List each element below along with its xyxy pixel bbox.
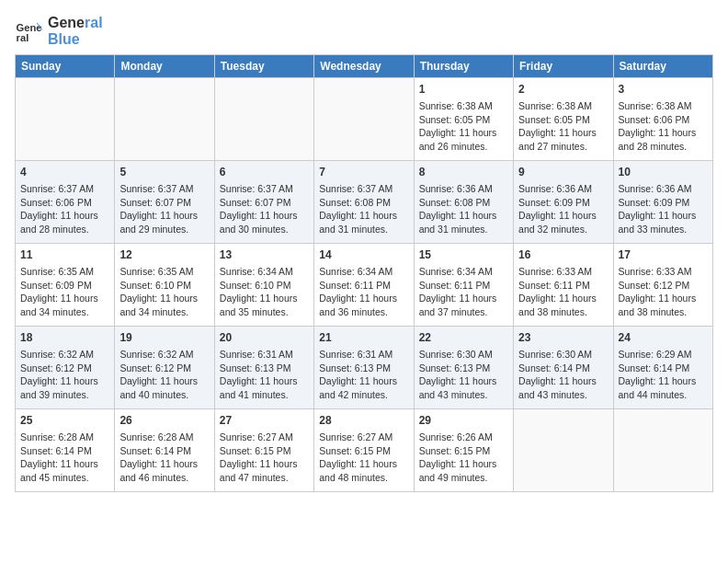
day-info: Sunrise: 6:30 AM Sunset: 6:13 PM Dayligh… — [419, 348, 508, 402]
weekday-header: Saturday — [613, 55, 712, 78]
day-number: 19 — [119, 330, 209, 346]
calendar-cell: 22Sunrise: 6:30 AM Sunset: 6:13 PM Dayli… — [414, 327, 513, 409]
calendar-cell: 29Sunrise: 6:26 AM Sunset: 6:15 PM Dayli… — [414, 409, 513, 492]
calendar-cell: 7Sunrise: 6:37 AM Sunset: 6:08 PM Daylig… — [314, 161, 414, 244]
day-number: 1 — [419, 82, 508, 98]
day-info: Sunrise: 6:30 AM Sunset: 6:14 PM Dayligh… — [518, 348, 608, 402]
day-number: 11 — [20, 247, 109, 263]
day-number: 10 — [619, 165, 708, 180]
calendar-cell: 19Sunrise: 6:32 AM Sunset: 6:12 PM Dayli… — [115, 327, 214, 409]
calendar-header-row: SundayMondayTuesdayWednesdayThursdayFrid… — [16, 55, 713, 78]
day-number: 9 — [518, 165, 608, 180]
day-number: 4 — [20, 165, 109, 180]
calendar-cell — [613, 409, 712, 492]
calendar-cell: 18Sunrise: 6:32 AM Sunset: 6:12 PM Dayli… — [16, 327, 115, 409]
day-info: Sunrise: 6:37 AM Sunset: 6:06 PM Dayligh… — [20, 182, 109, 236]
day-number: 18 — [20, 330, 109, 346]
day-info: Sunrise: 6:28 AM Sunset: 6:14 PM Dayligh… — [119, 431, 209, 485]
weekday-header: Thursday — [414, 55, 513, 78]
calendar-cell — [314, 78, 414, 161]
calendar-cell: 25Sunrise: 6:28 AM Sunset: 6:14 PM Dayli… — [16, 409, 115, 492]
logo-icon: Gene ral — [15, 17, 44, 46]
calendar-cell — [16, 78, 115, 161]
day-number: 16 — [518, 247, 608, 263]
calendar-cell: 2Sunrise: 6:38 AM Sunset: 6:05 PM Daylig… — [514, 78, 613, 161]
day-info: Sunrise: 6:36 AM Sunset: 6:08 PM Dayligh… — [419, 182, 508, 236]
calendar-cell: 23Sunrise: 6:30 AM Sunset: 6:14 PM Dayli… — [514, 327, 613, 409]
day-info: Sunrise: 6:34 AM Sunset: 6:11 PM Dayligh… — [319, 265, 408, 319]
svg-text:ral: ral — [17, 32, 29, 43]
day-info: Sunrise: 6:35 AM Sunset: 6:09 PM Dayligh… — [20, 265, 109, 319]
day-info: Sunrise: 6:33 AM Sunset: 6:12 PM Dayligh… — [619, 265, 708, 319]
day-info: Sunrise: 6:34 AM Sunset: 6:11 PM Dayligh… — [419, 265, 508, 319]
calendar-cell: 17Sunrise: 6:33 AM Sunset: 6:12 PM Dayli… — [613, 244, 712, 327]
day-number: 5 — [119, 165, 209, 180]
day-info: Sunrise: 6:35 AM Sunset: 6:10 PM Dayligh… — [119, 265, 209, 319]
day-info: Sunrise: 6:27 AM Sunset: 6:15 PM Dayligh… — [319, 431, 408, 485]
calendar-cell: 5Sunrise: 6:37 AM Sunset: 6:07 PM Daylig… — [115, 161, 214, 244]
day-number: 23 — [518, 330, 608, 346]
day-info: Sunrise: 6:27 AM Sunset: 6:15 PM Dayligh… — [220, 431, 309, 485]
weekday-header: Monday — [115, 55, 214, 78]
calendar-cell: 8Sunrise: 6:36 AM Sunset: 6:08 PM Daylig… — [414, 161, 513, 244]
calendar-cell — [214, 78, 313, 161]
weekday-header: Wednesday — [314, 55, 414, 78]
day-info: Sunrise: 6:36 AM Sunset: 6:09 PM Dayligh… — [518, 182, 608, 236]
day-info: Sunrise: 6:29 AM Sunset: 6:14 PM Dayligh… — [619, 348, 708, 402]
calendar-cell — [514, 409, 613, 492]
day-info: Sunrise: 6:38 AM Sunset: 6:05 PM Dayligh… — [518, 99, 608, 154]
day-number: 15 — [419, 247, 508, 263]
calendar-cell: 27Sunrise: 6:27 AM Sunset: 6:15 PM Dayli… — [214, 409, 313, 492]
calendar-cell: 6Sunrise: 6:37 AM Sunset: 6:07 PM Daylig… — [214, 161, 313, 244]
day-info: Sunrise: 6:32 AM Sunset: 6:12 PM Dayligh… — [119, 348, 209, 402]
day-info: Sunrise: 6:33 AM Sunset: 6:11 PM Dayligh… — [518, 265, 608, 319]
day-info: Sunrise: 6:38 AM Sunset: 6:06 PM Dayligh… — [619, 99, 708, 154]
calendar-cell: 26Sunrise: 6:28 AM Sunset: 6:14 PM Dayli… — [115, 409, 214, 492]
logo-text-line2: Blue — [48, 31, 103, 48]
calendar-cell: 21Sunrise: 6:31 AM Sunset: 6:13 PM Dayli… — [314, 327, 414, 409]
day-info: Sunrise: 6:28 AM Sunset: 6:14 PM Dayligh… — [20, 431, 109, 485]
calendar-cell: 11Sunrise: 6:35 AM Sunset: 6:09 PM Dayli… — [16, 244, 115, 327]
day-number: 21 — [319, 330, 408, 346]
calendar-week-row: 18Sunrise: 6:32 AM Sunset: 6:12 PM Dayli… — [16, 327, 713, 409]
day-info: Sunrise: 6:26 AM Sunset: 6:15 PM Dayligh… — [419, 431, 508, 485]
calendar-cell: 16Sunrise: 6:33 AM Sunset: 6:11 PM Dayli… — [514, 244, 613, 327]
day-info: Sunrise: 6:37 AM Sunset: 6:07 PM Dayligh… — [220, 182, 309, 236]
calendar-table: SundayMondayTuesdayWednesdayThursdayFrid… — [15, 54, 713, 492]
day-info: Sunrise: 6:37 AM Sunset: 6:08 PM Dayligh… — [319, 182, 408, 236]
calendar-cell: 13Sunrise: 6:34 AM Sunset: 6:10 PM Dayli… — [214, 244, 313, 327]
day-info: Sunrise: 6:34 AM Sunset: 6:10 PM Dayligh… — [220, 265, 309, 319]
calendar-week-row: 25Sunrise: 6:28 AM Sunset: 6:14 PM Dayli… — [16, 409, 713, 492]
day-number: 29 — [419, 413, 508, 429]
day-number: 26 — [119, 413, 209, 429]
logo: Gene ral General Blue — [15, 15, 103, 47]
day-info: Sunrise: 6:31 AM Sunset: 6:13 PM Dayligh… — [220, 348, 309, 402]
calendar-week-row: 4Sunrise: 6:37 AM Sunset: 6:06 PM Daylig… — [16, 161, 713, 244]
day-number: 6 — [220, 165, 309, 180]
calendar-cell: 20Sunrise: 6:31 AM Sunset: 6:13 PM Dayli… — [214, 327, 313, 409]
calendar-cell: 4Sunrise: 6:37 AM Sunset: 6:06 PM Daylig… — [16, 161, 115, 244]
day-info: Sunrise: 6:31 AM Sunset: 6:13 PM Dayligh… — [319, 348, 408, 402]
calendar-cell: 10Sunrise: 6:36 AM Sunset: 6:09 PM Dayli… — [613, 161, 712, 244]
day-number: 20 — [220, 330, 309, 346]
day-number: 2 — [518, 82, 608, 98]
day-number: 3 — [619, 82, 708, 98]
calendar-week-row: 11Sunrise: 6:35 AM Sunset: 6:09 PM Dayli… — [16, 244, 713, 327]
calendar-cell: 1Sunrise: 6:38 AM Sunset: 6:05 PM Daylig… — [414, 78, 513, 161]
calendar-cell: 9Sunrise: 6:36 AM Sunset: 6:09 PM Daylig… — [514, 161, 613, 244]
day-number: 24 — [619, 330, 708, 346]
day-number: 17 — [619, 247, 708, 263]
day-number: 12 — [119, 247, 209, 263]
day-number: 8 — [419, 165, 508, 180]
day-info: Sunrise: 6:32 AM Sunset: 6:12 PM Dayligh… — [20, 348, 109, 402]
day-number: 25 — [20, 413, 109, 429]
calendar-cell: 15Sunrise: 6:34 AM Sunset: 6:11 PM Dayli… — [414, 244, 513, 327]
weekday-header: Friday — [514, 55, 613, 78]
weekday-header: Sunday — [16, 55, 115, 78]
calendar-cell — [115, 78, 214, 161]
weekday-header: Tuesday — [214, 55, 313, 78]
day-number: 7 — [319, 165, 408, 180]
calendar-cell: 12Sunrise: 6:35 AM Sunset: 6:10 PM Dayli… — [115, 244, 214, 327]
day-number: 28 — [319, 413, 408, 429]
page-header: Gene ral General Blue — [15, 15, 713, 47]
